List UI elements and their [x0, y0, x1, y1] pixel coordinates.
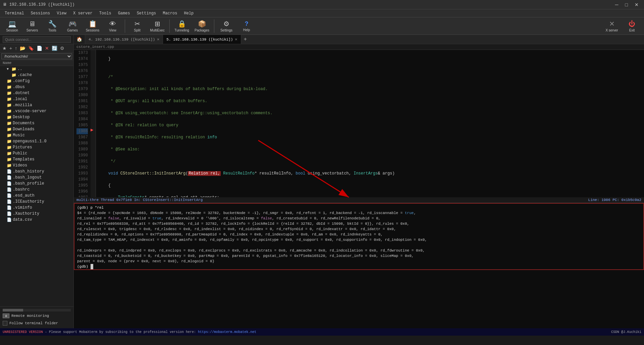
- menu-terminal[interactable]: Terminal: [1, 10, 28, 16]
- menu-help[interactable]: Help: [181, 10, 197, 16]
- tree-item-local[interactable]: 📁 .local: [0, 96, 73, 102]
- settings-label: Settings: [220, 28, 232, 32]
- sidebar-bottom: 🖥 Remote monitoring Follow terminal fold…: [0, 306, 73, 328]
- sidebar-up-button[interactable]: ↑: [14, 45, 18, 52]
- split-button[interactable]: ✂ Split: [128, 18, 147, 34]
- session-icon: 💻: [8, 20, 16, 28]
- item-label: .dbus: [13, 85, 25, 89]
- tree-item-downloads[interactable]: 📁 Downloads: [0, 126, 73, 132]
- line-num: 1996: [76, 189, 88, 195]
- tree-item-dotnet[interactable]: 📁 .dotnet: [0, 90, 73, 96]
- item-label: .local: [13, 97, 27, 101]
- tree-item-dbus[interactable]: 📁 .dbus: [0, 84, 73, 90]
- tree-item-documents[interactable]: 📁 Documents: [0, 120, 73, 126]
- sidebar-delete-button[interactable]: ✕: [44, 45, 50, 52]
- line-num: 1980: [76, 92, 88, 98]
- view-button[interactable]: 👁 View: [103, 18, 122, 34]
- tree-item-bashrc[interactable]: 📄 .bashrc: [0, 187, 73, 193]
- games-button[interactable]: 🎮 Games: [63, 18, 82, 34]
- tree-item-iceauthority[interactable]: 📄 .ICEauthority: [0, 199, 73, 205]
- path-select[interactable]: /home/kuchiki/: [1, 53, 72, 59]
- menu-view[interactable]: View: [53, 10, 70, 16]
- tree-item-config[interactable]: 📁 .config: [0, 78, 73, 84]
- tree-item-bash-profile[interactable]: 📄 .bash_profile: [0, 181, 73, 187]
- support-link[interactable]: https://mobaxterm.mobatek.net: [198, 330, 256, 334]
- minimize-button[interactable]: ─: [612, 1, 621, 8]
- remote-monitoring-toggle[interactable]: 🖥 Remote monitoring: [3, 312, 71, 320]
- menu-tools[interactable]: Tools: [96, 10, 115, 16]
- sidebar-refresh-button[interactable]: 🔄: [51, 45, 58, 52]
- tree-item-vscode[interactable]: 📁 .vscode-server: [0, 108, 73, 114]
- folder-icon: 📁: [7, 91, 11, 96]
- menu-sessions[interactable]: Sessions: [28, 10, 54, 16]
- settings-button[interactable]: ⚙ Settings: [217, 18, 236, 34]
- exit-button[interactable]: ⏻ Exit: [623, 18, 641, 34]
- gdb-line8: rd_toastoid = 0, rd_bucketoid = 0, rd_bu…: [77, 254, 414, 258]
- tree-item-opengauss[interactable]: 📁 opengauss1.1.0: [0, 138, 73, 144]
- maximize-button[interactable]: □: [623, 1, 631, 8]
- close-button[interactable]: ✕: [632, 1, 641, 8]
- tree-item-music[interactable]: 📁 Music: [0, 132, 73, 138]
- tree-item-cache[interactable]: 📁 .cache: [0, 72, 73, 78]
- tab-5-close[interactable]: ✕: [235, 37, 237, 42]
- tree-item-mozilla[interactable]: 📁 .mozilla: [0, 102, 73, 108]
- follow-terminal-checkbox[interactable]: [3, 321, 7, 326]
- home-tab[interactable]: 🏠: [74, 35, 85, 44]
- sidebar-add-button[interactable]: +: [8, 45, 13, 52]
- code-line-1985: TupleConstr* constr = rel->rd_att->const…: [99, 195, 641, 197]
- tree-item-xauthority[interactable]: 📄 .Xauthority: [0, 211, 73, 217]
- help-button[interactable]: ? Help: [237, 18, 256, 34]
- title-bar-left: 🖥 192.168.136.139 ([kuchiki]): [3, 2, 74, 7]
- tree-item-viminfo[interactable]: 📄 .viminfo: [0, 205, 73, 211]
- tree-item-templates[interactable]: 📁 Templates: [0, 156, 73, 162]
- code-display[interactable]: } /* * @Description: init all kinds of b…: [96, 50, 644, 197]
- tab-4-close[interactable]: ✕: [157, 37, 159, 42]
- folder-icon: 📁: [7, 103, 11, 108]
- tree-item-videos[interactable]: 📁 Videos: [0, 162, 73, 168]
- packages-button[interactable]: 📦 Packages: [193, 18, 211, 34]
- tree-item-bash-logout[interactable]: 📄 .bash_logout: [0, 175, 73, 181]
- item-label: opengauss1.1.0: [13, 139, 47, 144]
- new-tab-button[interactable]: +: [241, 35, 250, 44]
- sessions-button[interactable]: 📋 Sessions: [83, 18, 102, 34]
- tree-item-pictures[interactable]: 📁 Pictures: [0, 144, 73, 150]
- title-bar: 🖥 192.168.136.139 ([kuchiki]) ─ □ ✕: [0, 0, 644, 9]
- sidebar-bookmark-button[interactable]: 🔖: [27, 45, 35, 52]
- sidebar-file-button[interactable]: 📄: [36, 45, 43, 52]
- menu-macros[interactable]: Macros: [159, 10, 180, 16]
- tree-item-public[interactable]: 📁 Public: [0, 150, 73, 156]
- menu-settings[interactable]: Settings: [133, 10, 160, 16]
- unregistered-label: UNREGISTERED VERSION: [3, 330, 43, 334]
- multiexec-button[interactable]: ⊞ MultiExec: [148, 18, 167, 34]
- sidebar-open-button[interactable]: 📂: [19, 45, 26, 52]
- xserver-button[interactable]: ✕ X server: [602, 18, 621, 34]
- gdb-line9: parent = 0x0, node = {prev = 0x0, next =…: [77, 259, 214, 263]
- remote-monitoring-label: Remote monitoring: [11, 314, 49, 318]
- follow-terminal-toggle[interactable]: Follow terminal folder: [3, 320, 71, 327]
- menu-xserver[interactable]: X server: [70, 10, 96, 16]
- quick-connect-input[interactable]: [3, 36, 71, 43]
- sidebar-scrollbar[interactable]: [3, 309, 71, 312]
- session-button[interactable]: 💻 Session: [3, 18, 21, 34]
- tree-item-esd-auth[interactable]: 📄 .esd_auth: [0, 193, 73, 199]
- menu-games[interactable]: Games: [115, 10, 133, 16]
- exit-icon: ⏻: [629, 20, 635, 28]
- tree-item-dotdot[interactable]: ▼ 📁 ..: [0, 66, 73, 72]
- tree-item-data-csv[interactable]: 📄 data.csv: [0, 217, 73, 223]
- packages-icon: 📦: [198, 20, 206, 28]
- folder-icon: 📁: [7, 133, 11, 138]
- tools-button[interactable]: 🔧 Tools: [43, 18, 62, 34]
- tree-item-bash-history[interactable]: 📄 .bash_history: [0, 168, 73, 175]
- menu-bar: Terminal Sessions View X server Tools Ga…: [0, 9, 644, 17]
- sidebar-star-button[interactable]: ★: [1, 45, 8, 52]
- servers-button[interactable]: 🖥 Servers: [23, 18, 42, 34]
- tunneling-button[interactable]: 🔒 Tunneling: [172, 18, 191, 34]
- tree-item-desktop[interactable]: 📁 Desktop: [0, 114, 73, 120]
- folder-icon: 📁: [7, 151, 11, 156]
- sessions-label: Sessions: [86, 28, 100, 32]
- file-tree: ▼ 📁 .. 📁 .cache 📁 .config 📁 .dbus: [0, 66, 73, 306]
- gdb-area[interactable]: (gdb) p *rel $4 = {rd_node = {spcNode = …: [74, 203, 644, 270]
- tab-5[interactable]: 5. 192.168.136.139 ([kuchiki]) ✕: [163, 35, 241, 44]
- tab-4[interactable]: 4. 192.168.136.139 ([kuchiki]) ✕: [85, 35, 163, 44]
- sidebar-settings-button[interactable]: ⚙: [59, 45, 65, 52]
